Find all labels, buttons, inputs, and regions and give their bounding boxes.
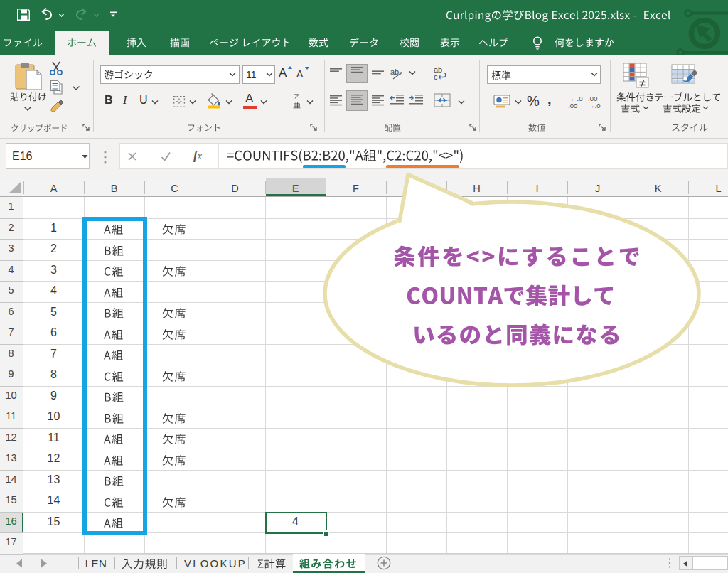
svg-text:c: c [434, 73, 438, 81]
svg-text:→.0: →.0 [588, 102, 600, 109]
svg-text:.00: .00 [568, 102, 577, 109]
svg-text:ab: ab [390, 68, 399, 76]
